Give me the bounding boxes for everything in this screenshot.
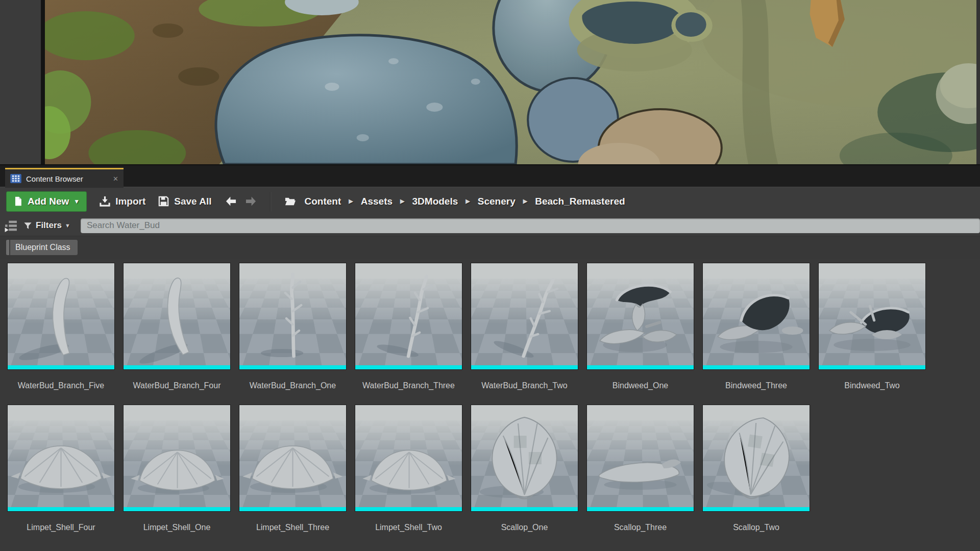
asset-thumbnail[interactable]: [818, 263, 926, 370]
thumbnail-render: [587, 263, 694, 365]
asset-tile[interactable]: WaterBud_Branch_Three: [355, 263, 462, 390]
back-arrow-icon[interactable]: [224, 194, 238, 208]
save-all-button[interactable]: Save All: [158, 195, 211, 207]
asset-mesh-preview: [8, 263, 114, 365]
breadcrumb: Content ▶ Assets ▶ 3DModels ▶ Scenery ▶ …: [283, 195, 625, 207]
asset-type-color-bar: [239, 507, 346, 511]
breadcrumb-item-beach-remastered[interactable]: Beach_Remastered: [535, 196, 625, 207]
thumbnail-render: [471, 405, 578, 507]
asset-type-color-bar: [124, 507, 230, 511]
asset-thumbnail[interactable]: [702, 263, 810, 370]
asset-tile[interactable]: WaterBud_Branch_Four: [123, 263, 231, 390]
asset-tile[interactable]: Bindweed_Two: [818, 263, 926, 390]
asset-type-color-bar: [819, 365, 925, 369]
asset-name-label: Bindweed_Three: [702, 381, 810, 390]
asset-name-label: Limpet_Shell_Three: [239, 523, 347, 532]
asset-tile[interactable]: Limpet_Shell_One: [123, 405, 231, 532]
asset-mesh-preview: [8, 405, 114, 507]
asset-thumbnail[interactable]: [471, 263, 578, 370]
filter-funnel-icon: [23, 221, 33, 231]
editor-top-area: [0, 0, 980, 164]
thumbnail-render: [124, 263, 230, 365]
asset-thumbnail[interactable]: [355, 263, 462, 370]
filter-search-bar: Filters ▼: [0, 215, 980, 236]
content-browser-toolbar: Add New ▼ Import Save All Content: [0, 187, 980, 215]
breadcrumb-item-scenery[interactable]: Scenery: [478, 196, 516, 207]
asset-thumbnail[interactable]: [586, 263, 694, 370]
filters-label: Filters: [36, 220, 62, 231]
asset-mesh-preview: [587, 263, 694, 365]
asset-thumbnail[interactable]: [702, 405, 810, 512]
save-all-label: Save All: [174, 196, 211, 207]
import-label: Import: [115, 196, 145, 207]
asset-type-color-bar: [703, 365, 810, 369]
filters-button[interactable]: Filters ▼: [23, 220, 70, 231]
asset-tile[interactable]: Scallop_Two: [702, 405, 810, 532]
forward-arrow-icon[interactable]: [244, 194, 258, 208]
thumbnail-render: [124, 405, 230, 507]
asset-type-color-bar: [471, 365, 578, 369]
asset-type-color-bar: [124, 365, 230, 369]
asset-name-label: WaterBud_Branch_Four: [123, 381, 231, 390]
asset-tile[interactable]: Bindweed_Three: [702, 263, 810, 390]
asset-mesh-preview: [471, 405, 578, 507]
asset-thumbnail[interactable]: [355, 405, 462, 512]
asset-name-label: Limpet_Shell_One: [123, 523, 231, 532]
filter-chip-blueprint-class[interactable]: Blueprint Class: [6, 240, 78, 255]
toolbar-separator: [270, 192, 271, 211]
thumbnail-render: [8, 263, 114, 365]
breadcrumb-separator-icon: ▶: [523, 198, 527, 205]
asset-name-label: Bindweed_One: [586, 381, 694, 390]
asset-thumbnail[interactable]: [239, 263, 347, 370]
asset-mesh-preview: [703, 263, 810, 365]
tab-content-browser[interactable]: Content Browser ✕: [5, 168, 124, 188]
asset-name-label: Scallop_Three: [586, 523, 694, 532]
beach-scene-render: [45, 0, 976, 164]
import-icon: [99, 195, 111, 207]
asset-type-color-bar: [587, 365, 694, 369]
breadcrumb-item-3dmodels[interactable]: 3DModels: [412, 196, 458, 207]
asset-thumbnail[interactable]: [7, 263, 115, 370]
asset-tile[interactable]: Limpet_Shell_Two: [355, 405, 462, 532]
search-input[interactable]: [81, 218, 980, 233]
asset-thumbnail[interactable]: [239, 405, 347, 512]
asset-thumbnail[interactable]: [471, 405, 578, 512]
breadcrumb-item-assets[interactable]: Assets: [361, 196, 393, 207]
asset-type-color-bar: [355, 365, 462, 369]
thumbnail-render: [703, 405, 810, 507]
asset-tile[interactable]: Limpet_Shell_Three: [239, 405, 347, 532]
thumbnail-render: [819, 263, 925, 365]
asset-tile[interactable]: Scallop_Three: [586, 405, 694, 532]
asset-thumbnail[interactable]: [7, 405, 115, 512]
import-button[interactable]: Import: [99, 195, 145, 207]
asset-type-color-bar: [239, 365, 346, 369]
asset-type-color-bar: [8, 365, 114, 369]
asset-thumbnail[interactable]: [586, 405, 694, 512]
asset-name-label: WaterBud_Branch_Two: [471, 381, 578, 390]
thumbnail-render: [8, 405, 114, 507]
asset-tile[interactable]: Bindweed_One: [586, 263, 694, 390]
active-filters-row: Blueprint Class: [0, 236, 980, 259]
asset-tile[interactable]: WaterBud_Branch_Five: [7, 263, 115, 390]
breadcrumb-item-content[interactable]: Content: [305, 196, 341, 207]
sources-panel-toggle-icon[interactable]: [4, 219, 18, 232]
save-icon: [158, 195, 169, 207]
thumbnail-render: [471, 263, 578, 365]
thumbnail-render: [703, 263, 810, 365]
asset-tile[interactable]: WaterBud_Branch_One: [239, 263, 347, 390]
viewport-3d-scene[interactable]: [45, 0, 976, 164]
asset-tile[interactable]: WaterBud_Branch_Two: [471, 263, 578, 390]
asset-tile[interactable]: Limpet_Shell_Four: [7, 405, 115, 532]
asset-type-color-bar: [8, 507, 114, 511]
new-asset-icon: [13, 195, 23, 207]
breadcrumb-separator-icon: ▶: [465, 198, 470, 205]
asset-mesh-preview: [587, 405, 694, 507]
asset-thumbnail[interactable]: [123, 263, 231, 370]
add-new-button[interactable]: Add New ▼: [6, 191, 87, 212]
thumbnail-render: [239, 263, 346, 365]
asset-name-label: Scallop_Two: [702, 523, 810, 532]
tab-close-icon[interactable]: ✕: [113, 175, 118, 183]
asset-mesh-preview: [124, 263, 230, 365]
asset-thumbnail[interactable]: [123, 405, 231, 512]
asset-tile[interactable]: Scallop_One: [471, 405, 578, 532]
